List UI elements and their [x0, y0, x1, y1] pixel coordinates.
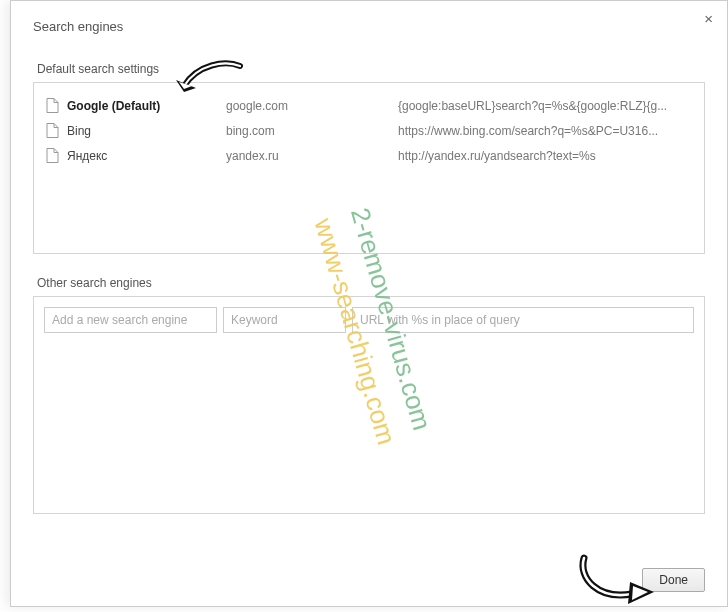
- other-section-label: Other search engines: [33, 276, 705, 290]
- engine-name: Google (Default): [67, 99, 160, 113]
- close-icon[interactable]: ×: [704, 11, 713, 26]
- dialog-title: Search engines: [33, 19, 705, 34]
- engine-name: Bing: [67, 124, 91, 138]
- engine-row[interactable]: Google (Default) google.com {google:base…: [42, 93, 696, 118]
- engine-keyword: yandex.ru: [226, 149, 398, 163]
- engine-url: {google:baseURL}search?q=%s&{google:RLZ}…: [398, 99, 692, 113]
- engine-keyword: google.com: [226, 99, 398, 113]
- search-engines-dialog: Search engines × Default search settings…: [10, 0, 728, 607]
- engine-keyword: bing.com: [226, 124, 398, 138]
- default-engines-panel: Google (Default) google.com {google:base…: [33, 82, 705, 254]
- new-engine-keyword-input[interactable]: [223, 307, 346, 333]
- default-section-label: Default search settings: [33, 62, 705, 76]
- engine-row[interactable]: Bing bing.com https://www.bing.com/searc…: [42, 118, 696, 143]
- add-engine-row: [42, 307, 696, 333]
- page-icon: [46, 148, 59, 163]
- new-engine-url-input[interactable]: [352, 307, 694, 333]
- engine-url: https://www.bing.com/search?q=%s&PC=U316…: [398, 124, 692, 138]
- done-button[interactable]: Done: [642, 568, 705, 592]
- engine-row[interactable]: Яндекс yandex.ru http://yandex.ru/yandse…: [42, 143, 696, 168]
- new-engine-name-input[interactable]: [44, 307, 217, 333]
- page-icon: [46, 123, 59, 138]
- page-icon: [46, 98, 59, 113]
- engine-url: http://yandex.ru/yandsearch?text=%s: [398, 149, 692, 163]
- dialog-footer: Done: [642, 568, 705, 592]
- other-engines-panel: [33, 296, 705, 514]
- engine-name: Яндекс: [67, 149, 107, 163]
